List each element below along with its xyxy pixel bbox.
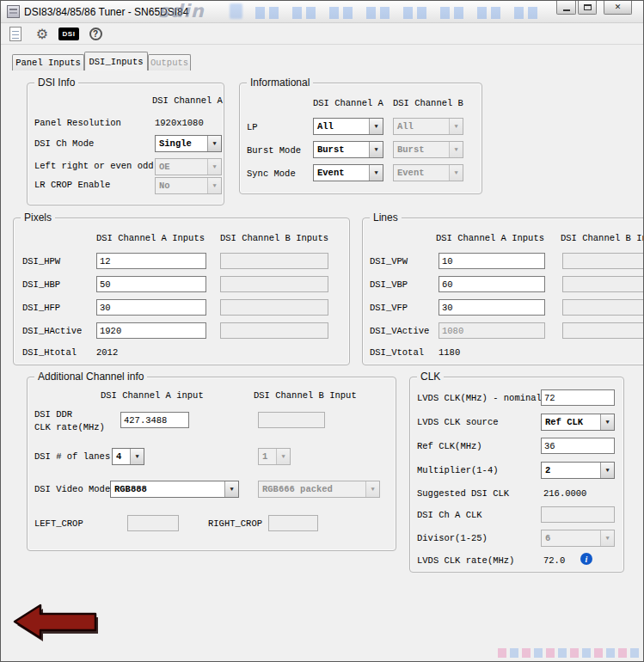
lvds-clk-source-select[interactable]: Ref CLK ▼ bbox=[541, 414, 615, 431]
sync-a-select[interactable]: Event ▼ bbox=[313, 164, 383, 181]
lanes-label: DSI # of lanes bbox=[34, 451, 110, 462]
report-button[interactable] bbox=[5, 25, 26, 44]
hpw-label: DSI_HPW bbox=[22, 256, 60, 267]
vfp-b-input bbox=[562, 299, 644, 316]
group-additional-channel-info: Additional Channel info DSI Channel A in… bbox=[27, 377, 396, 551]
multiplier-select[interactable]: 2 ▼ bbox=[541, 462, 615, 479]
combo-value: RGB888 bbox=[111, 484, 224, 494]
divisor-select: 6 ▼ bbox=[541, 530, 615, 547]
group-title: CLK bbox=[417, 371, 444, 383]
group-title: Additional Channel info bbox=[34, 371, 147, 383]
right-crop-input bbox=[268, 515, 318, 531]
left-crop-input bbox=[127, 515, 179, 531]
tab-label: Panel Inputs bbox=[15, 58, 81, 68]
combo-value: All bbox=[314, 121, 369, 132]
ddr-clk-b-input bbox=[258, 412, 325, 428]
info-icon-glyph: i bbox=[586, 555, 588, 564]
vfp-label: DSI_VFP bbox=[370, 303, 408, 313]
titlebar[interactable]: DSI83/84/85/86 Tuner - SN65DSI84 sdin ✕ bbox=[1, 1, 643, 23]
lp-a-select[interactable]: All ▼ bbox=[313, 118, 383, 135]
htotal-value: 2012 bbox=[96, 347, 118, 358]
vfp-a-input[interactable] bbox=[439, 299, 545, 316]
lanes-a-select[interactable]: 4 ▼ bbox=[112, 448, 144, 465]
chevron-down-icon: ▼ bbox=[207, 159, 221, 175]
hfp-a-input[interactable] bbox=[96, 299, 206, 316]
ch-mode-select[interactable]: Single ▼ bbox=[155, 135, 222, 152]
chevron-down-icon: ▼ bbox=[600, 530, 614, 546]
chevron-down-icon: ▼ bbox=[449, 142, 463, 157]
refclk-input[interactable] bbox=[541, 438, 615, 454]
column-header-a: DSI Channel A Inputs bbox=[96, 233, 205, 243]
video-mode-b-select: RGB666 packed ▼ bbox=[258, 481, 380, 498]
tab-outputs: Outputs bbox=[148, 54, 191, 70]
info-icon[interactable]: i bbox=[580, 553, 592, 565]
sync-b-select: Event ▼ bbox=[393, 164, 463, 181]
dsi-mode-button[interactable]: DSI bbox=[58, 25, 79, 44]
lvds-source-label: LVDS CLK source bbox=[417, 417, 499, 427]
group-clk: CLK LVDS CLK(MHz) - nominal LVDS CLK sou… bbox=[409, 377, 624, 573]
lvds-nominal-input[interactable] bbox=[541, 389, 615, 406]
group-lines: Lines DSI Channel A Inputs DSI Channel B… bbox=[362, 218, 644, 365]
tab-dsi-inputs[interactable]: DSI_Inputs bbox=[84, 52, 148, 70]
chevron-down-icon: ▼ bbox=[449, 119, 463, 134]
lp-b-select: All ▼ bbox=[393, 118, 463, 135]
chevron-down-icon: ▼ bbox=[207, 136, 221, 151]
combo-value: Single bbox=[156, 138, 207, 149]
combo-value: 4 bbox=[113, 451, 130, 462]
hactive-a-input[interactable] bbox=[96, 322, 206, 339]
combo-value: Burst bbox=[314, 144, 369, 155]
column-header-b: DSI Channel B bbox=[393, 98, 463, 108]
close-button[interactable]: ✕ bbox=[604, 1, 632, 15]
ddr-clk-label-line2: CLK rate(MHz) bbox=[34, 422, 105, 432]
combo-value: 1 bbox=[259, 451, 276, 462]
hactive-label: DSI_HActive bbox=[22, 326, 82, 336]
lvds-rate-label: LVDS CLK rate(MHz) bbox=[417, 555, 514, 566]
multiplier-label: Multiplier(1-4) bbox=[417, 465, 499, 475]
hbp-a-input[interactable] bbox=[96, 276, 206, 292]
chevron-down-icon: ▼ bbox=[449, 165, 463, 181]
column-header-b: DSI Channel B Input bbox=[254, 390, 357, 401]
vactive-b-input bbox=[562, 322, 644, 339]
dsi-badge-icon: DSI bbox=[58, 28, 79, 40]
chevron-down-icon: ▼ bbox=[600, 414, 614, 430]
left-crop-label: LEFT_CROP bbox=[34, 518, 83, 529]
hbp-b-input bbox=[220, 276, 328, 292]
combo-value: Event bbox=[394, 168, 449, 178]
video-mode-a-select[interactable]: RGB888 ▼ bbox=[110, 481, 239, 498]
chevron-down-icon: ▼ bbox=[276, 449, 290, 464]
tab-panel-inputs[interactable]: Panel Inputs bbox=[12, 54, 84, 70]
video-mode-label: DSI Video Mode bbox=[34, 484, 110, 494]
combo-value: Burst bbox=[394, 144, 449, 155]
lp-label: LP bbox=[247, 122, 258, 132]
settings-button[interactable]: ⚙ bbox=[32, 25, 52, 44]
group-informational: Informational DSI Channel A DSI Channel … bbox=[239, 83, 482, 194]
ddr-clk-a-input[interactable] bbox=[120, 412, 189, 428]
vbp-a-input[interactable] bbox=[439, 276, 545, 292]
combo-value: 6 bbox=[542, 533, 600, 543]
lr-crop-select: No ▼ bbox=[155, 177, 222, 194]
hpw-b-input bbox=[220, 253, 328, 269]
chevron-down-icon: ▼ bbox=[369, 165, 383, 181]
burst-a-select[interactable]: Burst ▼ bbox=[313, 141, 383, 158]
vpw-label: DSI_VPW bbox=[370, 256, 408, 267]
vbp-label: DSI_VBP bbox=[370, 279, 408, 290]
maximize-button[interactable] bbox=[578, 1, 597, 15]
tab-label: DSI_Inputs bbox=[89, 57, 143, 67]
column-header-b: DSI Channel B Inputs bbox=[561, 233, 644, 243]
vpw-a-input[interactable] bbox=[439, 253, 545, 269]
group-title: Informational bbox=[247, 77, 313, 89]
divisor-label: Divisor(1-25) bbox=[417, 533, 488, 543]
burst-mode-label: Burst Mode bbox=[247, 145, 301, 156]
close-icon: ✕ bbox=[615, 3, 622, 11]
group-title: DSI Info bbox=[34, 77, 78, 89]
burst-b-select: Burst ▼ bbox=[393, 141, 463, 158]
minimize-button[interactable] bbox=[556, 1, 576, 15]
help-button[interactable]: ? bbox=[85, 25, 106, 44]
group-title: Pixels bbox=[21, 211, 55, 224]
ch-mode-label: DSI Ch Mode bbox=[34, 138, 94, 149]
watermark-mark bbox=[230, 3, 242, 19]
lvds-rate-value: 72.0 bbox=[543, 555, 565, 566]
lr-oe-select: OE ▼ bbox=[155, 158, 222, 175]
hpw-a-input[interactable] bbox=[96, 253, 206, 269]
column-header-a: DSI Channel A Inputs bbox=[436, 233, 544, 243]
